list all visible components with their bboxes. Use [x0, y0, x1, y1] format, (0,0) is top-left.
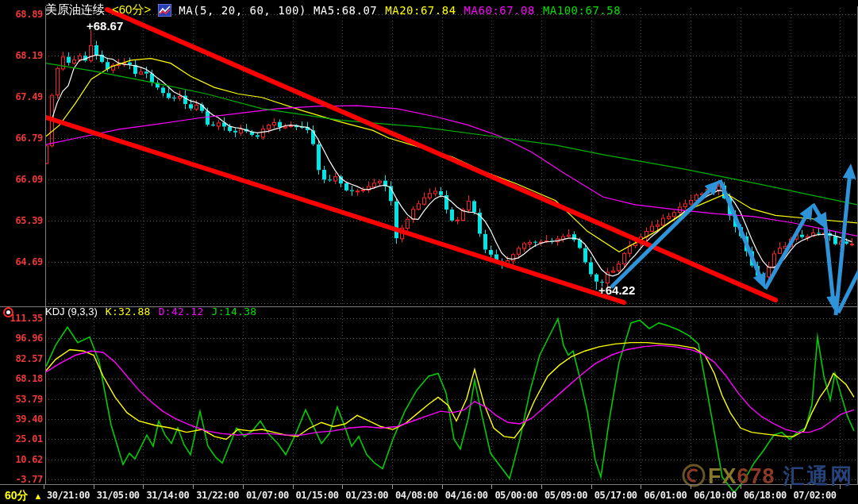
time-axis-label: 06/01:00 [637, 490, 693, 501]
price-axis-label: 68.89 [2, 9, 43, 20]
kdj-value-label: D:42.12 [159, 306, 204, 317]
kdj-axis-label: 53.79 [2, 394, 43, 405]
watermark-brand-fx: FX [708, 464, 737, 489]
ma-value-label: MA5:68.07 [314, 4, 377, 17]
time-axis-label: 30/21:00 [40, 490, 96, 501]
kdj-axis-label: -3.77 [2, 474, 43, 485]
period-selector[interactable]: <60分> [112, 2, 151, 17]
period-bar: 60分 ▲ [5, 489, 42, 503]
time-axis-label: 05/00:00 [488, 490, 544, 501]
symbol-name: 美原油连续 [45, 2, 105, 17]
kdj-axis-label: 25.01 [2, 433, 43, 444]
ma-values-group: MA5:68.07MA20:67.84MA60:67.08MA100:67.58 [314, 4, 629, 17]
ma-value-label: MA20:67.84 [385, 4, 456, 17]
time-axis-label: 05/17:00 [588, 490, 644, 501]
kdj-axis-label: 96.96 [2, 333, 43, 344]
time-axis-label: 06/10:00 [687, 490, 743, 501]
price-axis-label: 65.39 [2, 215, 43, 226]
chart-canvas[interactable] [0, 0, 858, 504]
bottom-period-label[interactable]: 60分 [5, 489, 29, 503]
time-axis-label: 31/14:00 [140, 490, 195, 501]
time-axis-label: 04/08:00 [389, 490, 444, 501]
watermark: FX678 汇通网 [708, 462, 855, 491]
high-point-annotation: +68.67 [87, 19, 123, 33]
time-axis-label: 31/05:00 [90, 490, 146, 501]
price-axis-label: 68.19 [2, 50, 43, 61]
kdj-values-group: K:32.88D:42.12J:14.38 [106, 306, 265, 317]
kdj-axis-label: 68.18 [2, 373, 43, 384]
indicator-icon[interactable] [3, 307, 13, 317]
expand-triangle-icon[interactable]: ▲ [34, 491, 43, 501]
kdj-header: KDJ (9,3,3) K:32.88D:42.12J:14.38 [45, 306, 264, 317]
kdj-axis-label: 10.62 [2, 454, 43, 465]
chart-app-window: { "header": { "symbol": "美原油连续", "period… [0, 0, 858, 504]
ma-value-label: MA60:67.08 [464, 4, 535, 17]
time-axis-label: 01/07:00 [240, 490, 295, 501]
price-axis-label: 66.79 [2, 133, 43, 144]
kdj-axis-label: 82.57 [2, 353, 43, 364]
price-axis-label: 66.09 [2, 174, 43, 185]
time-axis-label: 06/18:00 [737, 490, 793, 501]
kdj-value-label: K:32.88 [106, 306, 151, 317]
time-axis-label: 01/23:00 [339, 490, 394, 501]
time-axis-label: 07/02:00 [787, 490, 843, 501]
ma-settings-label: MA(5, 20, 60, 100) [179, 4, 306, 17]
time-axis-label: 05/09:00 [538, 490, 594, 501]
kdj-axis-label: 39.40 [2, 414, 43, 425]
kdj-title: KDJ (9,3,3) [45, 306, 98, 317]
ma-value-label: MA100:67.58 [543, 4, 621, 17]
kdj-value-label: J:14.38 [212, 306, 257, 317]
price-axis-label: 64.69 [2, 256, 43, 267]
main-chart-header: 美原油连续 <60分> MA(5, 20, 60, 100) MA5:68.07… [45, 2, 629, 17]
watermark-brand-num: 678 [737, 464, 775, 489]
chart-type-icon[interactable] [158, 4, 171, 17]
time-axis-label: 04/16:00 [439, 490, 494, 501]
time-axis-label: 01/15:00 [290, 490, 345, 501]
low-point-annotation: +64.22 [598, 283, 635, 297]
time-axis-label: 31/22:00 [190, 490, 245, 501]
price-axis-label: 67.49 [2, 91, 43, 102]
watermark-site-name: 汇通网 [783, 462, 855, 491]
